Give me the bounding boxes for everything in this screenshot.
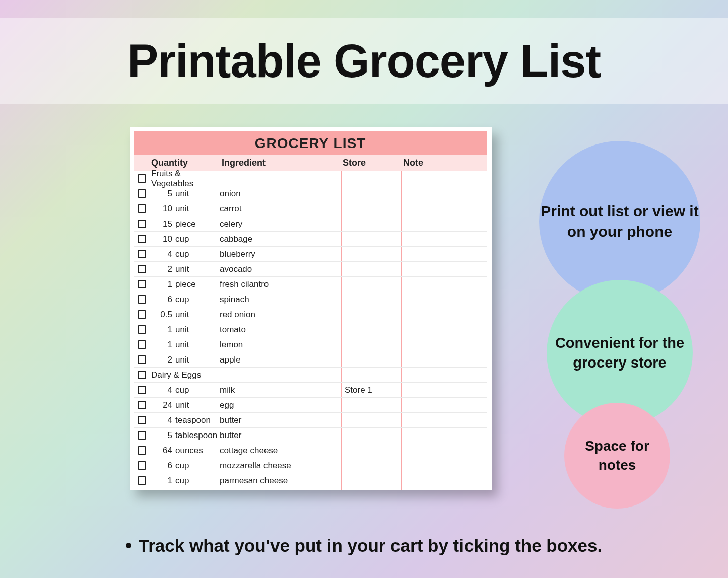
checkbox-icon[interactable] bbox=[138, 371, 146, 379]
qty-value: 4 bbox=[151, 415, 175, 425]
note-cell bbox=[401, 201, 487, 216]
note-cell bbox=[401, 216, 487, 231]
checkbox-icon[interactable] bbox=[138, 340, 146, 349]
qty-value: 4 bbox=[151, 249, 175, 259]
checkbox-icon[interactable] bbox=[138, 250, 146, 258]
store-cell bbox=[341, 413, 401, 427]
store-cell bbox=[341, 352, 401, 367]
table-row: 1unittomato bbox=[134, 322, 487, 337]
ingredient-cell: milk bbox=[220, 385, 341, 395]
ingredient-cell: mozzarella cheese bbox=[220, 461, 341, 471]
qty-value: 1 bbox=[151, 476, 175, 486]
checkbox-icon[interactable] bbox=[138, 174, 146, 183]
store-cell bbox=[341, 277, 401, 292]
table-row: 6cupmozzarella cheese bbox=[134, 458, 487, 473]
note-cell bbox=[401, 352, 487, 367]
checkbox-icon[interactable] bbox=[138, 476, 146, 485]
checkbox-icon[interactable] bbox=[138, 325, 146, 334]
sheet-heading: GROCERY LIST bbox=[134, 131, 487, 155]
qty-unit: unit bbox=[175, 189, 220, 199]
checkbox-icon[interactable] bbox=[138, 280, 146, 288]
note-cell bbox=[401, 232, 487, 246]
note-cell bbox=[401, 368, 487, 382]
qty-value: 1 bbox=[151, 340, 175, 350]
store-cell bbox=[341, 292, 401, 307]
ingredient-cell: tomato bbox=[220, 325, 341, 335]
store-cell bbox=[341, 307, 401, 322]
table-row: Dairy & Eggs bbox=[134, 368, 487, 383]
ingredient-cell: fresh cilantro bbox=[220, 279, 341, 290]
footnote-text: Track what you've put in your cart by ti… bbox=[139, 536, 603, 555]
note-cell bbox=[401, 473, 487, 488]
ingredient-cell: avocado bbox=[220, 264, 341, 274]
table-row: 2cupplain greek yogurt bbox=[134, 488, 487, 490]
callout-print-text: Print out list or view it on your phone bbox=[539, 201, 700, 242]
table-row: 64ouncescottage cheese bbox=[134, 443, 487, 458]
qty-unit: unit bbox=[175, 204, 220, 214]
checkbox-icon[interactable] bbox=[138, 310, 146, 319]
ingredient-cell: carrot bbox=[220, 204, 341, 214]
note-cell bbox=[401, 307, 487, 322]
table-row: 5unitonion bbox=[134, 186, 487, 201]
qty-value: 15 bbox=[151, 219, 175, 229]
qty-unit: cup bbox=[175, 234, 220, 244]
note-cell bbox=[401, 428, 487, 443]
callout-convenient-text: Convenient for the grocery store bbox=[547, 333, 693, 373]
note-cell bbox=[401, 337, 487, 352]
store-cell bbox=[341, 458, 401, 473]
qty-unit: unit bbox=[175, 355, 220, 365]
qty-unit: unit bbox=[175, 400, 220, 410]
qty-value: 10 bbox=[151, 204, 175, 214]
checkbox-icon[interactable] bbox=[138, 386, 146, 394]
table-row: 24unitegg bbox=[134, 398, 487, 413]
col-header-ingredient: Ingredient bbox=[220, 155, 341, 171]
qty-unit: cup bbox=[175, 385, 220, 395]
table-row: 6cupspinach bbox=[134, 292, 487, 307]
table-body: Fruits & Vegetables5unitonion10unitcarro… bbox=[134, 171, 487, 490]
store-cell bbox=[341, 337, 401, 352]
checkbox-icon[interactable] bbox=[138, 220, 146, 228]
footnote: Track what you've put in your cart by ti… bbox=[0, 536, 728, 556]
store-cell bbox=[341, 428, 401, 443]
store-cell bbox=[341, 216, 401, 231]
checkbox-icon[interactable] bbox=[138, 189, 146, 198]
store-cell bbox=[341, 262, 401, 276]
store-cell: Store 1 bbox=[341, 383, 401, 397]
qty-value: 24 bbox=[151, 400, 175, 410]
checkbox-icon[interactable] bbox=[138, 235, 146, 243]
note-cell bbox=[401, 171, 487, 186]
ingredient-cell: parmesan cheese bbox=[220, 476, 341, 486]
checkbox-icon[interactable] bbox=[138, 416, 146, 424]
store-cell bbox=[341, 488, 401, 490]
qty-value: 6 bbox=[151, 461, 175, 471]
note-cell bbox=[401, 322, 487, 337]
store-cell bbox=[341, 473, 401, 488]
grocery-sheet: GROCERY LIST Quantity Ingredient Store N… bbox=[130, 127, 492, 490]
store-cell bbox=[341, 247, 401, 261]
checkbox-icon[interactable] bbox=[138, 265, 146, 273]
qty-value: 1 bbox=[151, 325, 175, 335]
qty-unit: cup bbox=[175, 461, 220, 471]
note-cell bbox=[401, 383, 487, 397]
checkbox-icon[interactable] bbox=[138, 446, 146, 455]
checkbox-icon[interactable] bbox=[138, 461, 146, 470]
checkbox-icon[interactable] bbox=[138, 401, 146, 409]
store-cell bbox=[341, 171, 401, 186]
table-row: 10cupcabbage bbox=[134, 232, 487, 247]
table-row: Fruits & Vegetables bbox=[134, 171, 487, 186]
qty-unit: piece bbox=[175, 219, 220, 229]
checkbox-icon[interactable] bbox=[138, 431, 146, 440]
checkbox-icon[interactable] bbox=[138, 355, 146, 364]
note-cell bbox=[401, 488, 487, 490]
qty-value: 10 bbox=[151, 234, 175, 244]
table-row: 4teaspoonbutter bbox=[134, 413, 487, 428]
note-cell bbox=[401, 292, 487, 307]
checkbox-icon[interactable] bbox=[138, 204, 146, 213]
ingredient-cell: celery bbox=[220, 219, 341, 229]
note-cell bbox=[401, 413, 487, 427]
checkbox-icon[interactable] bbox=[138, 295, 146, 304]
callout-print: Print out list or view it on your phone bbox=[539, 141, 700, 302]
ingredient-cell: egg bbox=[220, 400, 341, 410]
table-row: 2unitavocado bbox=[134, 262, 487, 277]
table-row: 4cupmilkStore 1 bbox=[134, 383, 487, 398]
